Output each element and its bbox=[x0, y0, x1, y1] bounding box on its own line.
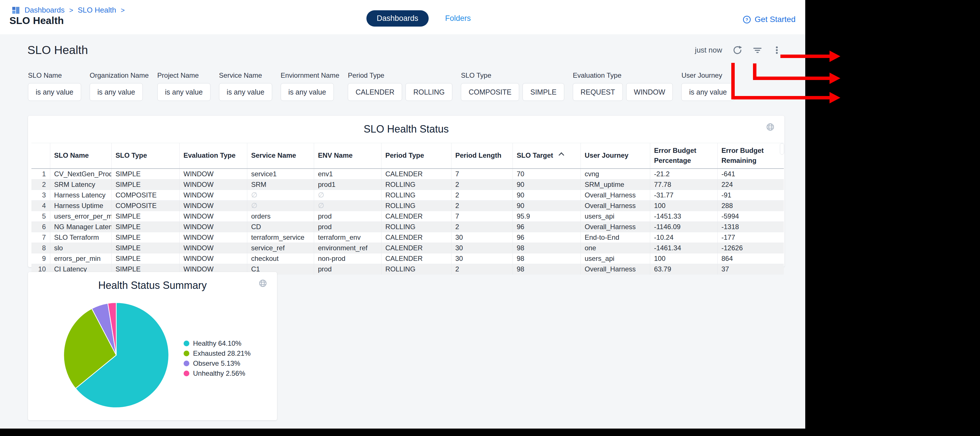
row-number-cell: 9 bbox=[32, 253, 50, 264]
table-scrollbar[interactable] bbox=[780, 143, 784, 266]
row-number-cell: 6 bbox=[32, 222, 50, 232]
table-cell: WINDOW bbox=[179, 253, 247, 264]
filter-chip[interactable]: is any value bbox=[158, 83, 210, 101]
table-row[interactable]: 6NG Manager LatencySIMPLEWINDOWCDprodROL… bbox=[32, 222, 784, 232]
health-status-summary-card: Health Status Summary Healthy 64.10%Exha… bbox=[28, 272, 277, 420]
table-row[interactable]: 9errors_per_minSIMPLEWINDOWcheckoutnon-p… bbox=[32, 253, 784, 264]
column-header[interactable]: Evaluation Type bbox=[179, 143, 247, 169]
legend-item[interactable]: Observe 5.13% bbox=[184, 359, 250, 367]
table-cell: -5994 bbox=[717, 211, 784, 222]
column-header[interactable]: Period Length bbox=[451, 143, 512, 169]
column-header[interactable]: SLO Name bbox=[50, 143, 111, 169]
table-cell: WINDOW bbox=[179, 232, 247, 243]
filter-group: Organization Nameis any value bbox=[90, 72, 149, 101]
filter-chip[interactable]: is any value bbox=[28, 83, 81, 101]
filter-chip[interactable]: is any value bbox=[90, 83, 143, 101]
filter-chip[interactable]: COMPOSITE bbox=[461, 83, 519, 101]
table-row[interactable]: 2SRM LatencySIMPLEWINDOWSRMprod1ROLLING2… bbox=[32, 179, 784, 190]
table-cell: WINDOW bbox=[179, 211, 247, 222]
table-cell: ROLLING bbox=[381, 264, 451, 274]
table-cell: ROLLING bbox=[381, 190, 451, 200]
legend-item[interactable]: Healthy 64.10% bbox=[184, 339, 250, 347]
table-row[interactable]: 7SLO TerraformSIMPLEWINDOWterraform_serv… bbox=[32, 232, 784, 243]
tab-folders[interactable]: Folders bbox=[445, 14, 471, 23]
filter-chip-row: is any value bbox=[90, 83, 149, 101]
breadcrumb-dashboards[interactable]: Dashboards bbox=[25, 6, 65, 14]
table-cell: 98 bbox=[512, 243, 581, 253]
table-cell: 30 bbox=[451, 232, 512, 243]
filter-chip[interactable]: is any value bbox=[219, 83, 272, 101]
filter-chip[interactable]: is any value bbox=[681, 83, 734, 101]
globe-icon[interactable] bbox=[766, 123, 775, 131]
more-options-icon[interactable] bbox=[772, 46, 781, 54]
table-cell: NG Manager Latency bbox=[50, 222, 111, 232]
table-cell: -31.77 bbox=[650, 190, 717, 200]
table-row[interactable]: 5users_error_per_minSIMPLEWINDOWorderspr… bbox=[32, 211, 784, 222]
column-header[interactable]: SLO Target bbox=[512, 143, 581, 169]
filter-chip[interactable]: ROLLING bbox=[406, 83, 452, 101]
table-cell: SIMPLE bbox=[111, 232, 179, 243]
column-header[interactable]: SLO Type bbox=[111, 143, 179, 169]
breadcrumb-slo-health[interactable]: SLO Health bbox=[78, 6, 116, 14]
column-header[interactable]: User Journey bbox=[581, 143, 650, 169]
last-refreshed-label: just now bbox=[695, 46, 722, 54]
column-header[interactable]: Error Budget Remaining bbox=[717, 143, 784, 169]
filter-chip[interactable]: SIMPLE bbox=[523, 83, 564, 101]
table-cell: SRM Latency bbox=[50, 179, 111, 190]
refresh-icon[interactable] bbox=[732, 45, 743, 55]
filter-chip[interactable]: is any value bbox=[281, 83, 334, 101]
table-cell: terraform_service bbox=[247, 232, 314, 243]
filter-chip-row: is any value bbox=[28, 83, 81, 101]
legend-label: Observe 5.13% bbox=[193, 359, 240, 367]
filter-chip[interactable]: WINDOW bbox=[626, 83, 673, 101]
column-header[interactable]: Service Name bbox=[247, 143, 314, 169]
table-cell: slo bbox=[50, 243, 111, 253]
table-cell: 95.9 bbox=[512, 211, 581, 222]
legend-item[interactable]: Exhausted 28.21% bbox=[184, 350, 250, 358]
filter-chip-row: is any value bbox=[158, 83, 210, 101]
table-cell: WINDOW bbox=[179, 169, 247, 179]
scrollbar-thumb[interactable] bbox=[780, 143, 784, 155]
table-cell: 7 bbox=[451, 211, 512, 222]
table-cell: COMPOSITE bbox=[111, 200, 179, 211]
filter-group: Evaluation TypeREQUESTWINDOW bbox=[573, 72, 673, 101]
table-row[interactable]: 3Harness LatencyCOMPOSITEWINDOW∅∅ROLLING… bbox=[32, 190, 784, 200]
column-header[interactable]: ENV Name bbox=[314, 143, 381, 169]
column-header-label: ENV Name bbox=[318, 152, 353, 159]
table-cell: 30 bbox=[451, 243, 512, 253]
filter-label: Enviornment Name bbox=[281, 72, 339, 80]
dashboard-title: SLO Health bbox=[27, 43, 88, 57]
table-cell: WINDOW bbox=[179, 179, 247, 190]
filter-chip[interactable]: REQUEST bbox=[573, 83, 623, 101]
table-cell: service1 bbox=[247, 169, 314, 179]
filter-label: User Journey bbox=[681, 72, 734, 80]
filter-chip-row: CALENDERROLLING bbox=[348, 83, 452, 101]
table-cell: CALENDER bbox=[381, 211, 451, 222]
table-cell: 90 bbox=[512, 190, 581, 200]
table-cell: SIMPLE bbox=[111, 222, 179, 232]
view-tabs: Dashboards Folders bbox=[366, 10, 471, 27]
legend-swatch bbox=[184, 340, 189, 346]
table-cell: SLO Terraform bbox=[50, 232, 111, 243]
filter-chip[interactable]: CALENDER bbox=[348, 83, 402, 101]
column-header[interactable]: Error Budget Percentage bbox=[650, 143, 717, 169]
column-header[interactable]: Period Type bbox=[381, 143, 451, 169]
top-navigation-bar: Dashboards > SLO Health > SLO Health Das… bbox=[0, 0, 805, 34]
table-cell: service_ref bbox=[247, 243, 314, 253]
legend-item[interactable]: Unhealthy 2.56% bbox=[184, 369, 250, 377]
get-started-link[interactable]: ? Get Started bbox=[743, 15, 795, 24]
filter-chip-row: is any value bbox=[681, 83, 734, 101]
table-row[interactable]: 8sloSIMPLEWINDOWservice_refenvironment_r… bbox=[32, 243, 784, 253]
table-cell: Overall_Harness bbox=[581, 264, 650, 274]
table-cell: COMPOSITE bbox=[111, 190, 179, 200]
table-row[interactable]: 4Harness UptimeCOMPOSITEWINDOW∅∅ROLLING2… bbox=[32, 200, 784, 211]
table-cell: CALENDER bbox=[381, 243, 451, 253]
filter-label: Evaluation Type bbox=[573, 72, 673, 80]
table-row[interactable]: 1CV_NextGen_ProdSIMPLEWINDOWservice1env1… bbox=[32, 169, 784, 179]
tab-dashboards[interactable]: Dashboards bbox=[366, 10, 429, 27]
sort-asc-icon bbox=[558, 152, 564, 158]
table-cell: End-to-End bbox=[581, 232, 650, 243]
null-value-icon: ∅ bbox=[247, 200, 314, 211]
table-cell: 98 bbox=[512, 253, 581, 264]
filter-icon[interactable] bbox=[753, 45, 762, 55]
